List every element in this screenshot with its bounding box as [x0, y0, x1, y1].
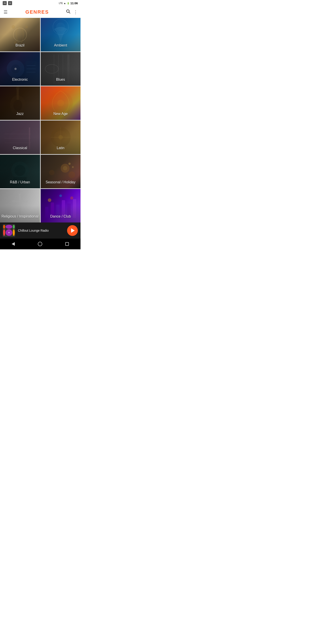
genre-card-blues[interactable]: Blues: [41, 52, 81, 86]
album-art: ✦: [3, 224, 15, 237]
genre-overlay: Seasonal / Holiday: [41, 155, 81, 188]
genre-overlay: Dance / Club: [41, 189, 81, 222]
genre-overlay: Blues: [41, 52, 81, 86]
genre-card-classical[interactable]: Classical: [0, 120, 40, 154]
genre-label-jazz: Jazz: [16, 112, 24, 116]
track-name: Chillout Lounge Radio: [18, 229, 49, 232]
track-info: Chillout Lounge Radio: [18, 228, 64, 232]
genre-overlay: Electronic: [0, 52, 40, 86]
recents-button[interactable]: [65, 242, 69, 246]
genre-card-religious[interactable]: Religious / Inspirational: [0, 189, 40, 222]
sd-icon: SD: [8, 1, 12, 5]
genre-label-seasonal: Seasonal / Holiday: [46, 180, 75, 185]
status-bar-left: FM SD: [3, 1, 58, 5]
genre-label-ambient: Ambient: [54, 43, 67, 48]
status-bar: FM SD LTE ▲ 🔋 11:06: [0, 0, 80, 6]
signal-icon: ▲: [64, 2, 66, 4]
genre-overlay: R&B / Urban: [0, 155, 40, 188]
genre-card-brazil[interactable]: Brazil: [0, 18, 40, 52]
genre-card-latin[interactable]: Latin: [41, 120, 81, 154]
genre-card-rnb[interactable]: R&B / Urban: [0, 155, 40, 188]
genre-card-ambient[interactable]: Ambient: [41, 18, 81, 52]
genre-label-dance: Dance / Club: [50, 214, 71, 219]
genre-overlay: Religious / Inspirational: [0, 189, 40, 222]
search-icon[interactable]: [66, 9, 71, 15]
genre-overlay: New Age: [41, 86, 81, 120]
fm-icon: FM: [3, 1, 7, 5]
genre-overlay: Brazil: [0, 18, 40, 52]
play-button[interactable]: [67, 225, 78, 236]
header-actions: ⋮: [66, 9, 78, 15]
genre-card-seasonal[interactable]: Seasonal / Holiday: [41, 155, 81, 188]
page-title: GENRES: [8, 9, 66, 15]
genre-label-newage: New Age: [54, 112, 68, 116]
more-options-icon[interactable]: ⋮: [73, 10, 78, 15]
genre-label-blues: Blues: [56, 77, 65, 82]
status-icons: LTE ▲ 🔋 11:06: [59, 2, 78, 5]
genre-label-latin: Latin: [56, 146, 64, 150]
genre-overlay: Latin: [41, 120, 81, 154]
hamburger-menu-icon[interactable]: ☰: [3, 8, 8, 16]
app-header: ☰ GENRES ⋮: [0, 6, 80, 18]
play-triangle-icon: [71, 228, 75, 233]
status-time: 11:06: [70, 2, 78, 5]
lte-icon: LTE: [59, 2, 63, 4]
back-button[interactable]: [12, 242, 15, 246]
nav-bar: [0, 238, 80, 249]
genre-grid: Brazil Ambient Electronic Blues: [0, 18, 80, 222]
genre-label-rnb: R&B / Urban: [10, 180, 30, 185]
genre-overlay: Classical: [0, 120, 40, 154]
genre-overlay: Ambient: [41, 18, 81, 52]
genre-label-classical: Classical: [13, 146, 27, 150]
genre-label-religious: Religious / Inspirational: [2, 214, 38, 219]
genre-card-dance[interactable]: Dance / Club: [41, 189, 81, 222]
svg-line-1: [69, 12, 70, 13]
genre-card-newage[interactable]: New Age: [41, 86, 81, 120]
genre-label-brazil: Brazil: [16, 43, 24, 48]
genre-card-electronic[interactable]: Electronic: [0, 52, 40, 86]
home-button[interactable]: [38, 242, 42, 246]
genre-card-jazz[interactable]: Jazz: [0, 86, 40, 120]
genre-label-electronic: Electronic: [12, 77, 28, 82]
now-playing-bar[interactable]: ✦ Chillout Lounge Radio: [0, 222, 80, 238]
battery-icon: 🔋: [67, 2, 70, 4]
genre-overlay: Jazz: [0, 86, 40, 120]
